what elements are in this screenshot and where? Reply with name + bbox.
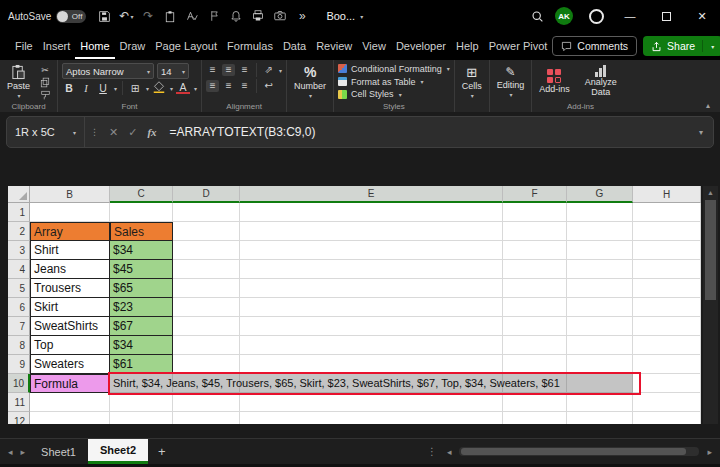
font-color-button[interactable]: A — [176, 82, 190, 94]
cell[interactable] — [567, 222, 633, 241]
document-name[interactable]: Boo...▾ — [326, 10, 363, 22]
format-painter-button[interactable] — [37, 90, 53, 100]
column-header-E[interactable]: E — [240, 186, 503, 203]
cell[interactable] — [173, 298, 240, 317]
fill-color-button[interactable] — [152, 81, 166, 95]
cell-B10[interactable]: Formula — [30, 374, 110, 393]
cell-G10[interactable] — [567, 374, 633, 393]
cell[interactable] — [503, 336, 567, 355]
scroll-up-arrow[interactable]: ▲ — [707, 186, 714, 198]
conditional-formatting-button[interactable]: Conditional Formatting▾ — [338, 63, 450, 75]
cell-styles-button[interactable]: Cell Styles▾ — [338, 88, 450, 100]
cell[interactable] — [30, 203, 110, 222]
cell-C5[interactable]: $65 — [110, 279, 173, 298]
wrap-text-button[interactable]: ↩ — [262, 80, 275, 92]
cell[interactable] — [173, 393, 240, 412]
align-top-button[interactable]: ≡ — [206, 64, 219, 76]
cell[interactable] — [240, 393, 503, 412]
cell[interactable] — [567, 203, 633, 222]
align-center-button[interactable]: ≡ — [222, 80, 235, 92]
sheet-nav-right-icon[interactable]: ▸ — [17, 447, 30, 457]
format-as-table-button[interactable]: Format as Table▾ — [338, 76, 450, 88]
column-header-D[interactable]: D — [173, 186, 240, 203]
cell[interactable] — [173, 260, 240, 279]
vertical-scroll-thumb[interactable] — [705, 200, 716, 300]
insert-function-button[interactable]: fx — [142, 126, 161, 138]
cell[interactable] — [240, 298, 503, 317]
cell-C3[interactable]: $34 — [110, 241, 173, 260]
redo-button[interactable]: ↷ — [138, 4, 158, 28]
cell[interactable] — [173, 412, 240, 424]
row-header-8[interactable]: 8 — [8, 336, 30, 355]
column-header-G[interactable]: G — [567, 186, 633, 203]
underline-button[interactable]: U — [96, 82, 110, 94]
save-button[interactable] — [94, 4, 114, 28]
orientation-button[interactable]: ⇗ — [262, 64, 275, 76]
cell[interactable] — [633, 355, 701, 374]
cell[interactable] — [633, 393, 701, 412]
cell[interactable] — [240, 336, 503, 355]
cell[interactable] — [240, 355, 503, 374]
menu-tab-help[interactable]: Help — [451, 34, 484, 59]
cell[interactable] — [503, 203, 567, 222]
cell-B3[interactable]: Shirt — [30, 241, 110, 260]
row-header-3[interactable]: 3 — [8, 241, 30, 260]
sheet-nav-left-icon[interactable]: ◂ — [4, 447, 17, 457]
cell[interactable] — [173, 355, 240, 374]
row-header-1[interactable]: 1 — [8, 203, 30, 222]
menu-tab-developer[interactable]: Developer — [391, 34, 451, 59]
cell[interactable] — [503, 355, 567, 374]
autosave-toggle[interactable]: AutoSave Off — [8, 10, 86, 23]
enter-button[interactable]: ✓ — [123, 126, 142, 139]
cell-B4[interactable]: Jeans — [30, 260, 110, 279]
column-header-B[interactable]: B — [30, 186, 110, 203]
name-box[interactable]: 1R x 5C▾ — [7, 117, 85, 147]
row-header-5[interactable]: 5 — [8, 279, 30, 298]
cell[interactable] — [503, 393, 567, 412]
number-format-button[interactable]: % Number ▾ — [291, 64, 329, 99]
cell[interactable] — [633, 203, 701, 222]
cells-button[interactable]: ⊞ Cells ▾ — [459, 65, 485, 99]
maximize-button[interactable] — [648, 0, 684, 32]
cell[interactable] — [240, 260, 503, 279]
cell[interactable] — [503, 241, 567, 260]
cell[interactable] — [633, 279, 701, 298]
select-all-corner[interactable] — [8, 186, 30, 203]
cell[interactable] — [240, 222, 503, 241]
row-header-6[interactable]: 6 — [8, 298, 30, 317]
cell-B9[interactable]: Sweaters — [30, 355, 110, 374]
menu-tab-file[interactable]: File — [10, 34, 38, 59]
cell[interactable] — [503, 317, 567, 336]
bell-icon[interactable] — [226, 4, 246, 28]
splitter-dots-icon[interactable]: ⋮ — [421, 446, 443, 457]
minimize-button[interactable]: — — [612, 0, 648, 32]
vertical-scrollbar[interactable]: ▲ — [703, 186, 718, 424]
cell[interactable] — [633, 222, 701, 241]
cut-button[interactable]: ✂ — [37, 65, 53, 75]
cell[interactable] — [173, 222, 240, 241]
align-right-button[interactable]: ≡ — [238, 80, 251, 92]
cell[interactable] — [240, 412, 503, 424]
flag-icon[interactable] — [204, 4, 224, 28]
cell[interactable] — [173, 336, 240, 355]
cell[interactable] — [567, 412, 633, 424]
column-header-C[interactable]: C — [110, 186, 173, 203]
column-header-H[interactable]: H — [633, 186, 701, 203]
hscroll-right-arrow[interactable]: ▸ — [703, 447, 716, 457]
bold-button[interactable]: B — [62, 82, 76, 94]
column-header-F[interactable]: F — [503, 186, 567, 203]
cell[interactable] — [503, 222, 567, 241]
row-header-11[interactable]: 11 — [8, 393, 30, 412]
row-header-9[interactable]: 9 — [8, 355, 30, 374]
copy-button[interactable] — [37, 77, 53, 88]
cell-B5[interactable]: Trousers — [30, 279, 110, 298]
cell[interactable] — [503, 279, 567, 298]
cell-C4[interactable]: $45 — [110, 260, 173, 279]
cell[interactable] — [567, 298, 633, 317]
cell-B7[interactable]: SweatShirts — [30, 317, 110, 336]
cell-C8[interactable]: $34 — [110, 336, 173, 355]
cell[interactable] — [567, 317, 633, 336]
cell-C6[interactable]: $23 — [110, 298, 173, 317]
cell[interactable] — [567, 336, 633, 355]
autosave-switch[interactable]: Off — [56, 10, 86, 23]
